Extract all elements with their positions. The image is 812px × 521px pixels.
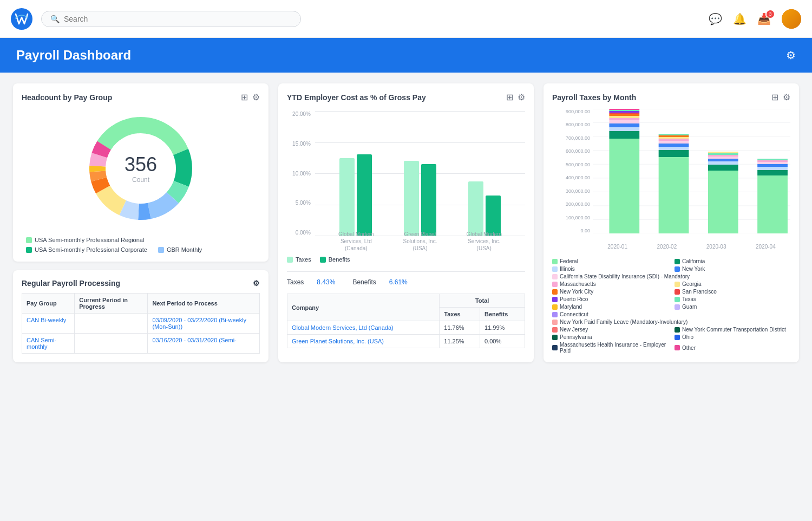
ytd-company-cell[interactable]: Green Planet Solutions, Inc. (USA) [287,335,440,348]
tl-pa: Pennsylvania [552,334,668,340]
donut-chart: 356 Count [81,109,200,228]
ytd-divider [287,271,525,272]
ytd-summary-table: Company Total Taxes Benefits Global Mode… [287,294,525,348]
chat-icon[interactable]: 💬 [709,12,722,25]
taxes-card: Payroll Taxes by Month ⊞ ⚙ 900,000.00 80… [543,83,799,362]
svg-rect-48 [708,155,738,157]
tl-california: California [675,258,790,264]
tl-sf-label: San Francisco [682,289,717,295]
tl-nyctd-dot [675,327,680,333]
dashboard-settings-button[interactable]: ⚙ [786,49,796,62]
tl-nyc: New York City [552,289,668,295]
next-period-cell[interactable]: 03/16/2020 - 03/31/2020 (Semi- [148,334,260,354]
bar-group-2 [468,181,501,236]
donut-chart-container: 356 Count [22,109,260,228]
top-nav: 🔍 💬 🔔 📥 3 [0,0,812,38]
svg-rect-54 [757,164,788,167]
tl-ohio-dot [675,335,680,340]
tl-georgia: Georgia [675,281,790,287]
ytd-taxes-cell: 11.25% [440,335,480,348]
ty-label-0: 900,000.00 [552,109,590,114]
y-label-1: 15.00% [287,141,311,147]
tl-georgia-label: Georgia [682,281,702,287]
ytd-table-header: Company Total [287,294,525,308]
tx-label-3: 2020-04 [756,244,776,250]
svg-rect-47 [708,157,738,159]
donut-count-label: Count [125,176,157,184]
tl-georgia-dot [675,282,680,287]
tl-mass-dot [552,282,558,287]
bar-taxes-2 [468,181,483,236]
ytd-company-cell[interactable]: Global Modern Services, Ltd (Canada) [287,321,440,335]
pay-group-cell[interactable]: CAN Bi-weekly [22,314,75,334]
ytd-settings-icon[interactable]: ⚙ [518,92,525,102]
svg-rect-51 [757,175,788,233]
headcount-settings-icon[interactable]: ⚙ [252,92,260,102]
tl-nj-dot [552,327,558,333]
tl-nyc-label: New York City [560,289,593,295]
tl-pa-dot [552,335,558,340]
tl-ohio-label: Ohio [682,334,693,340]
legend-label-1: USA Semi-monthly Professional Corporate [35,246,147,253]
avatar-image [782,9,801,29]
payroll-processing-header: Regular Payroll Processing ⚙ [22,279,260,288]
taxes-filter-icon[interactable]: ⊞ [771,92,778,102]
taxes-y-axis: 900,000.00 800,000.00 700,000.00 600,000… [552,109,590,233]
pay-group-cell[interactable]: CAN Semi-monthly [22,334,75,354]
next-period-cell[interactable]: 03/09/2020 - 03/22/2020 (Bi-weekly (Mon-… [148,314,260,334]
ytd-y-axis: 20.00% 15.00% 10.00% 5.00% 0.00% [287,111,311,236]
svg-rect-42 [659,134,689,135]
ytd-taxes-cell: 11.76% [440,321,480,335]
taxes-settings-icon[interactable]: ⚙ [783,92,790,102]
ytd-chart-inner [315,111,525,236]
tl-nyctd: New York Commuter Transportation Distric… [675,327,790,333]
payroll-processing-title: Regular Payroll Processing [22,279,120,288]
svg-rect-40 [659,137,689,139]
svg-rect-46 [708,159,738,161]
tl-illinois-dot [552,266,558,272]
ty-label-3: 600,000.00 [552,148,590,154]
bar-taxes-0 [339,158,355,236]
tl-nyc-dot [552,289,558,295]
ty-label-4: 500,000.00 [552,162,590,167]
tl-sdi-label: California State Disability Insurance (S… [560,273,690,279]
svg-rect-33 [609,109,639,110]
tl-nypfl-dot [552,320,558,325]
ytd-card-header: YTD Employer Cost as % of Gross Pay ⊞ ⚙ [287,92,525,102]
ytd-card-actions: ⊞ ⚙ [506,92,525,102]
tl-nypfl-label: New York Paid Family Leave (Mandatory-In… [560,319,687,325]
taxes-card-actions: ⊞ ⚙ [771,92,790,102]
tl-pa-label: Pennsylvania [560,334,592,340]
ytd-benefits-cell: 11.99% [480,321,525,335]
benefits-summary-label: Benefits [352,278,376,286]
col-pay-group: Pay Group [22,294,75,314]
inbox-icon[interactable]: 📥 3 [757,12,771,25]
tl-mahi-label: Massachusetts Health Insurance - Employe… [560,342,668,354]
ytd-legend-taxes-label: Taxes [296,256,311,263]
ty-label-8: 100,000.00 [552,215,590,220]
tl-mass-label: Massachusetts [560,281,596,287]
svg-rect-30 [609,113,639,114]
taxes-legend: Federal California Illinois New York Cal… [552,258,790,354]
headcount-filter-icon[interactable]: ⊞ [241,92,248,102]
tl-pr-label: Puerto Rico [560,296,588,302]
tl-texas: Texas [675,296,790,302]
ytd-benefits-cell: 0.00% [480,335,525,348]
search-bar[interactable]: 🔍 [41,11,301,27]
svg-rect-25 [609,123,639,127]
tl-sf-dot [675,289,680,295]
col-next-period: Next Period to Process [148,294,260,314]
notification-icon[interactable]: 🔔 [733,12,746,25]
ytd-filter-icon[interactable]: ⊞ [506,92,513,102]
headcount-card-header: Headcount by Pay Group ⊞ ⚙ [22,92,260,102]
bar-benefits-2 [486,196,501,236]
tl-texas-dot [675,297,680,302]
y-label-4: 0.00% [287,230,311,236]
avatar[interactable] [782,9,801,29]
search-input[interactable] [64,15,292,23]
ytd-summary: Taxes 8.43% Benefits 6.61% [287,278,525,286]
y-label-0: 20.00% [287,111,311,117]
legend-label-0: USA Semi-monthly Professional Regional [35,237,144,243]
svg-rect-22 [609,139,639,233]
payroll-processing-settings-icon[interactable]: ⚙ [253,279,260,288]
